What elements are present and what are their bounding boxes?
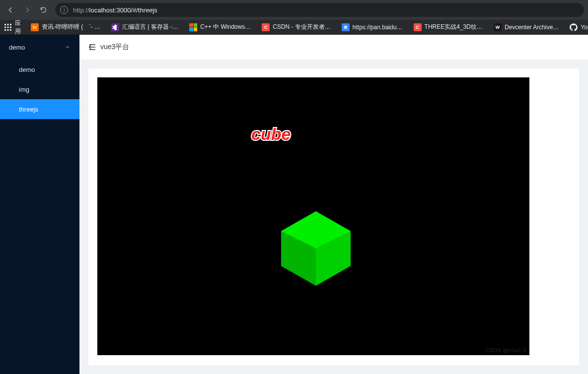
cube-mesh [276, 209, 356, 288]
sidebar-item-img[interactable]: img [0, 79, 79, 99]
svg-rect-5 [10, 26, 11, 28]
bookmark-label: 汇编语言 | 客存器 -… [122, 23, 178, 31]
sidebar-header-label: demo [9, 44, 25, 51]
bookmark-item[interactable]: 汇编语言 | 客存器 -… [107, 21, 182, 33]
url-bar[interactable]: i http://localhost:3000/#/threejs [55, 3, 584, 17]
page-title: vue3平台 [100, 43, 129, 52]
github-icon [570, 23, 578, 31]
url-protocol: http:// [73, 6, 89, 14]
apps-label[interactable]: 应用 [15, 19, 24, 36]
site-info-icon[interactable]: i [60, 6, 68, 14]
csdn-icon: C [262, 23, 270, 31]
menu-toggle-icon[interactable] [88, 43, 96, 51]
bookmark-label: Your Repositories [581, 24, 588, 31]
url-path: localhost:3000/#/threejs [89, 6, 157, 14]
bookmark-label: C++ 中 Windows… [200, 23, 251, 31]
sidebar: demo demo img threejs [0, 35, 79, 374]
microsoft-icon [189, 23, 197, 31]
watermark: CSDN @rma1.6 [485, 347, 526, 353]
bookmark-item[interactable]: ⟰ https://pan.baidu… [338, 22, 407, 33]
svg-rect-7 [7, 29, 9, 31]
bookmark-label: 资讯-哔哩哔哩 ( ゜- … [42, 23, 100, 31]
url-text: http://localhost:3000/#/threejs [73, 6, 157, 14]
svg-rect-2 [10, 24, 11, 25]
sidebar-item-threejs[interactable]: threejs [0, 99, 79, 119]
svg-rect-1 [7, 24, 9, 25]
back-icon[interactable] [7, 6, 14, 14]
bookmark-item[interactable]: C CSDN - 专业开发者… [258, 21, 335, 33]
bookmark-label: THREE实战4_3D纹… [425, 23, 483, 31]
baidu-icon: ⟰ [342, 23, 350, 31]
forward-icon[interactable] [23, 6, 31, 14]
cube-label: cube [251, 125, 291, 144]
svg-rect-8 [10, 29, 11, 31]
bookmark-item[interactable]: Your Repositories [566, 22, 588, 33]
bookmarks-bar: 应用 tv 资讯-哔哩哔哩 ( ゜- … 汇编语言 | 客存器 -… C++ 中… [0, 20, 588, 35]
bookmark-item[interactable]: W Devcenter Archive… [490, 22, 563, 33]
chevron-up-icon [65, 44, 71, 50]
csdn-icon: C [414, 23, 422, 31]
apps-grid-icon[interactable] [4, 22, 12, 32]
bilibili-icon: tv [31, 23, 39, 31]
browser-toolbar: i http://localhost:3000/#/threejs [0, 0, 588, 20]
webgl-icon: W [494, 23, 502, 31]
svg-rect-3 [4, 26, 6, 28]
bookmark-label: CSDN - 专业开发者… [273, 23, 331, 31]
bookmark-item[interactable]: C++ 中 Windows… [185, 21, 255, 33]
app-page: demo demo img threejs vue3平台 cube [0, 35, 588, 374]
sidebar-header-demo[interactable]: demo [0, 35, 79, 60]
sidebar-item-demo[interactable]: demo [0, 60, 79, 79]
bookmark-label: Devcenter Archive… [505, 24, 559, 31]
content-topbar: vue3平台 [79, 35, 588, 60]
sidebar-item-label: demo [19, 66, 35, 73]
bookmark-label: https://pan.baidu… [353, 24, 403, 31]
canvas-card: cube CSDN @rma1.6 [88, 68, 579, 365]
threejs-canvas[interactable]: cube CSDN @rma1.6 [97, 77, 529, 355]
sidebar-item-label: img [19, 86, 29, 93]
sidebar-item-label: threejs [19, 106, 38, 113]
svg-rect-6 [4, 29, 6, 31]
svg-rect-0 [4, 24, 6, 25]
reload-icon[interactable] [40, 6, 47, 14]
bookmark-item[interactable]: tv 资讯-哔哩哔哩 ( ゜- … [27, 21, 104, 33]
svg-rect-4 [7, 26, 9, 28]
content-area: vue3平台 cube CSDN @rma1.6 [79, 35, 588, 374]
canvas-wrapper: cube CSDN @rma1.6 [79, 60, 588, 374]
vs-icon [111, 23, 119, 31]
bookmark-item[interactable]: C THREE实战4_3D纹… [410, 21, 487, 33]
